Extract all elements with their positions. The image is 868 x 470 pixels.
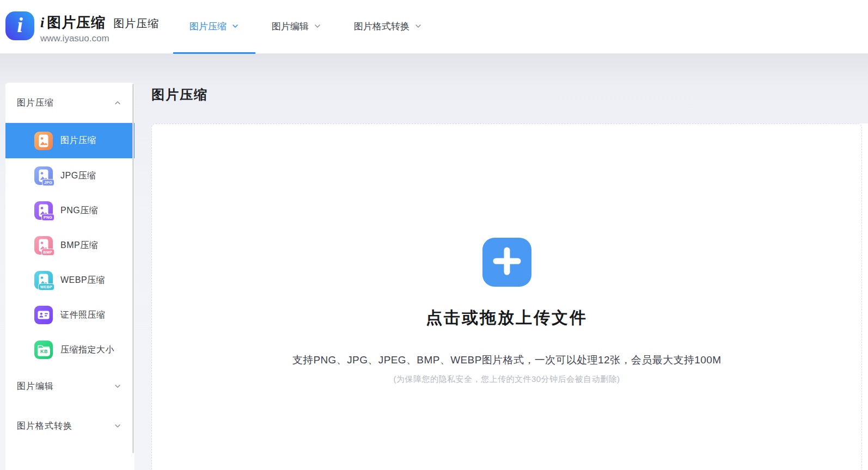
nav-item-label: 图片压缩 — [190, 20, 227, 33]
chevron-down-icon — [231, 22, 239, 30]
upload-title: 点击或拖放上传文件 — [426, 307, 588, 329]
brand-logo[interactable]: i i图片压缩 图片压缩 www.iyasuo.com — [5, 11, 159, 42]
sidebar-item-webp-compress[interactable]: WEBP WEBP压缩 — [5, 263, 135, 298]
chevron-down-icon — [414, 22, 422, 30]
sidebar-item-label: PNG压缩 — [60, 205, 98, 217]
sidebar-item-compress-to-size[interactable]: KB 压缩指定大小 — [5, 332, 135, 367]
chevron-down-icon — [314, 22, 321, 30]
jpg-compress-icon: JPG — [34, 166, 53, 185]
plus-icon — [482, 237, 531, 288]
id-photo-icon — [34, 306, 53, 324]
header: i i图片压缩 图片压缩 www.iyasuo.com 图片压缩 图片编辑 图片… — [0, 0, 868, 54]
brand-text: i图片压缩 图片压缩 www.iyasuo.com — [40, 11, 159, 44]
sidebar-group-image-edit[interactable]: 图片编辑 — [5, 367, 135, 405]
sidebar-group-label: 图片压缩 — [17, 97, 54, 109]
image-compress-icon — [34, 132, 53, 150]
upload-plus-button[interactable] — [482, 238, 531, 287]
chevron-down-icon — [114, 422, 121, 430]
nav-item-label: 图片编辑 — [272, 20, 309, 33]
sidebar: 图片压缩 图片压缩 JPG JPG压缩 PNG PNG压缩 BMP BMP压缩 — [5, 83, 135, 470]
brand-suffix: 图片压缩 — [113, 16, 159, 31]
upload-privacy-note: (为保障您的隐私安全，您上传的文件30分钟后会被自动删除) — [393, 374, 620, 385]
sidebar-item-png-compress[interactable]: PNG PNG压缩 — [5, 193, 135, 228]
sidebar-group-format-convert[interactable]: 图片格式转换 — [5, 405, 135, 447]
nav-item-label: 图片格式转换 — [354, 20, 409, 33]
sidebar-item-label: BMP压缩 — [60, 240, 98, 251]
nav-item-format-convert[interactable]: 图片格式转换 — [338, 0, 438, 54]
kb-badge: KB — [38, 348, 50, 356]
brand-name-cn: 图片压缩 — [47, 14, 106, 30]
sidebar-item-bmp-compress[interactable]: BMP BMP压缩 — [5, 228, 135, 263]
sidebar-group-label: 图片编辑 — [17, 381, 54, 392]
sidebar-item-id-photo-compress[interactable]: 证件照压缩 — [5, 298, 135, 332]
nav-item-image-compress[interactable]: 图片压缩 — [173, 0, 255, 54]
page-title: 图片压缩 — [151, 86, 208, 103]
png-compress-icon: PNG — [34, 201, 53, 220]
bmp-compress-icon: BMP — [34, 236, 53, 255]
brand-name: i图片压缩 — [40, 13, 106, 32]
top-navigation: 图片压缩 图片编辑 图片格式转换 — [173, 0, 438, 54]
format-badge: PNG — [41, 214, 54, 221]
webp-compress-icon: WEBP — [34, 271, 53, 289]
sidebar-group-image-compress[interactable]: 图片压缩 — [5, 83, 135, 123]
sidebar-item-label: WEBP压缩 — [60, 275, 105, 286]
folder-size-icon: KB — [34, 341, 53, 359]
sidebar-group-label: 图片格式转换 — [17, 420, 72, 432]
upload-description: 支持PNG、JPG、JPEG、BMP、WEBP图片格式，一次可以处理12张，会员… — [292, 353, 722, 367]
upload-dropzone[interactable]: 点击或拖放上传文件 支持PNG、JPG、JPEG、BMP、WEBP图片格式，一次… — [151, 123, 868, 470]
sidebar-item-image-compress[interactable]: 图片压缩 — [5, 123, 135, 158]
nav-item-image-edit[interactable]: 图片编辑 — [255, 0, 338, 54]
sidebar-scrollbar[interactable] — [132, 84, 134, 453]
format-badge: BMP — [41, 249, 54, 256]
brand-domain: www.iyasuo.com — [40, 33, 159, 44]
sidebar-item-label: 压缩指定大小 — [60, 344, 114, 356]
sidebar-item-label: 图片压缩 — [60, 135, 96, 146]
chevron-down-icon — [114, 382, 121, 390]
format-badge: WEBP — [38, 283, 54, 290]
i-logo-icon: i — [5, 11, 34, 40]
sidebar-item-jpg-compress[interactable]: JPG JPG压缩 — [5, 158, 135, 193]
chevron-up-icon — [114, 99, 121, 107]
sidebar-item-label: 证件照压缩 — [60, 310, 106, 321]
sidebar-item-label: JPG压缩 — [60, 170, 96, 182]
format-badge: JPG — [42, 179, 54, 186]
